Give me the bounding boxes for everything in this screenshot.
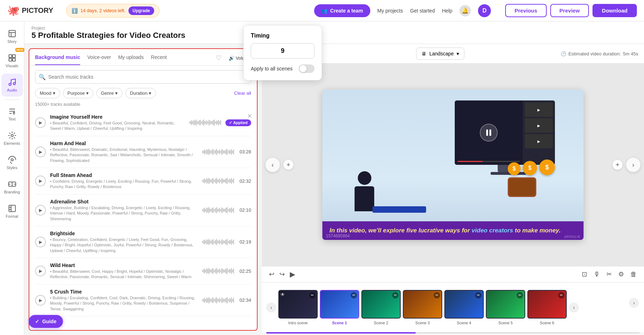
user-avatar[interactable]: D [478,4,491,17]
sidebar-item-audio[interactable]: Audio [1,74,23,97]
waveform-bar [230,150,231,154]
svg-point-8 [13,83,15,85]
help-link[interactable]: Help [442,8,452,14]
scene-thumbnail[interactable]: 👁 ✏ [278,290,318,319]
add-scene-left-button[interactable]: + [283,160,293,170]
sidebar-item-format[interactable]: Format [1,200,23,223]
scene-thumbnail[interactable]: ✏ [403,290,442,319]
create-team-button[interactable]: 👥 Create a team [314,4,370,17]
purpose-filter[interactable]: Purpose ▾ [63,88,93,98]
sidebar-item-visuals[interactable]: NEW Visuals [1,49,23,72]
waveform-bar [226,298,226,303]
figure-body [355,186,374,211]
scene-thumbnail[interactable]: ✏ [527,290,567,319]
sidebar-item-text[interactable]: Text [1,103,23,125]
track-list: ▶ Imagine Yourself Here • Beautiful, Con… [29,110,257,330]
timeline-scene[interactable]: ✏ Scene 2 [361,290,401,325]
timeline-scene[interactable]: 👁 ✏ Intro scene [278,290,318,325]
clear-all-button[interactable]: Clear all [234,90,251,96]
waveform-bar [214,299,215,301]
scene-thumbnail[interactable]: ✏ [361,290,401,319]
favorites-heart-icon[interactable]: ♡ [216,54,221,62]
sidebar-item-branding[interactable]: Branding [1,176,23,198]
timeline-prev[interactable]: ‹ [266,302,276,312]
duration-filter[interactable]: Duration ▾ [125,88,156,98]
sidebar-item-story[interactable]: Story [1,25,23,48]
scene-thumbnail[interactable]: ✏ [444,290,484,319]
play-button[interactable]: ▶ [290,270,295,279]
genre-filter[interactable]: Genre ▾ [96,88,122,98]
track-play-button[interactable]: ▶ [35,295,46,306]
mic-icon[interactable]: 🎙 [594,271,600,278]
tab-recent[interactable]: Recent [151,54,167,65]
track-play-button[interactable]: ▶ [35,176,46,186]
my-projects-link[interactable]: My projects [377,8,403,14]
sidebar-item-styles[interactable]: Styles [1,151,23,174]
timeline-scene[interactable]: ✏ Scene 3 [403,290,442,325]
add-scene-right-button[interactable]: + [613,160,623,170]
waveform-bar [220,209,221,211]
cut-icon[interactable]: ✂ [606,270,612,278]
landscape-selector[interactable]: 🖥 Landscape ▾ [416,48,465,60]
waveform-bar [206,207,207,213]
waveform-bar [211,299,211,302]
delete-icon[interactable]: 🗑 [630,271,637,278]
tab-background-music[interactable]: Background music [35,54,80,65]
redo-button[interactable]: ↪ [279,270,285,278]
app-logo[interactable]: 🐙 PICTORY [7,5,53,16]
waveform-bar [230,240,231,244]
sidebar-item-elements[interactable]: Elements [1,127,23,150]
tab-my-uploads[interactable]: My uploads [118,54,144,65]
waveform-bar [220,180,221,182]
settings-icon[interactable]: ⚙ [618,270,624,278]
monitor-content: ▶ ▶ ▶ [455,100,555,165]
scene-edit-icon: ✏ [392,292,399,299]
scene-label: Scene 2 [374,321,388,325]
apply-all-label: Apply to all scenes [262,66,293,72]
prev-scene-arrow[interactable]: ‹ [265,158,280,172]
waveform-bar [209,149,209,155]
preview-button[interactable]: Preview [550,4,589,17]
timing-input[interactable] [262,44,314,59]
caption-icon[interactable]: ⊡ [582,270,587,278]
guide-button[interactable]: ✓ Guide [29,315,63,328]
waveform-bar [228,270,229,272]
timeline-scene[interactable]: ✏ Scene 1 [320,290,359,325]
scene-thumbnail[interactable]: ✏ [486,290,525,319]
waveform-bar [202,241,203,243]
search-input[interactable] [35,70,251,84]
waveform-bar [223,179,223,183]
previous-button[interactable]: Previous [505,4,546,17]
logo-icon: 🐙 [7,5,20,16]
undo-button[interactable]: ↩ [269,270,274,278]
waveform-bar [233,208,234,213]
timeline-next[interactable]: › [629,298,639,308]
timeline-scene[interactable]: ✏ Scene 6 [527,290,567,325]
next-scene-arrow[interactable]: › [626,158,640,172]
mood-filter[interactable]: Mood ▾ [35,88,60,98]
timeline-scene[interactable]: ✏ Scene 5 [486,290,525,325]
figure-graphic [355,171,374,211]
scene-thumbnail[interactable]: ✏ [320,290,359,319]
svg-point-7 [9,83,11,85]
timeline-next-inline[interactable]: › [569,302,579,312]
track-play-button[interactable]: ▶ [35,147,46,157]
track-play-button[interactable]: ▶ [35,205,46,216]
tab-voiceover[interactable]: Voice-over [87,54,111,65]
waveform-bar [215,208,216,212]
apply-all-toggle[interactable] [299,64,314,73]
track-tags: • Confident, Driving, Energetic / Lively… [50,179,198,190]
track-play-button[interactable]: ▶ [35,237,46,247]
upgrade-button[interactable]: Upgrade [128,6,155,15]
track-play-button[interactable]: ▶ [35,117,46,128]
notification-bell[interactable]: 🔔 [459,5,471,16]
timeline-scene[interactable]: ✏ Scene 4 [444,290,484,325]
get-started-link[interactable]: Get started [410,8,435,14]
waveform-bar [203,119,204,126]
track-play-button[interactable]: ▶ [35,266,46,276]
download-button[interactable]: Download [592,4,637,17]
waveform-bar [197,121,197,124]
track-close-button[interactable]: ✕ [247,113,252,119]
pause-icon [486,129,491,136]
waveform-bar [204,269,205,274]
